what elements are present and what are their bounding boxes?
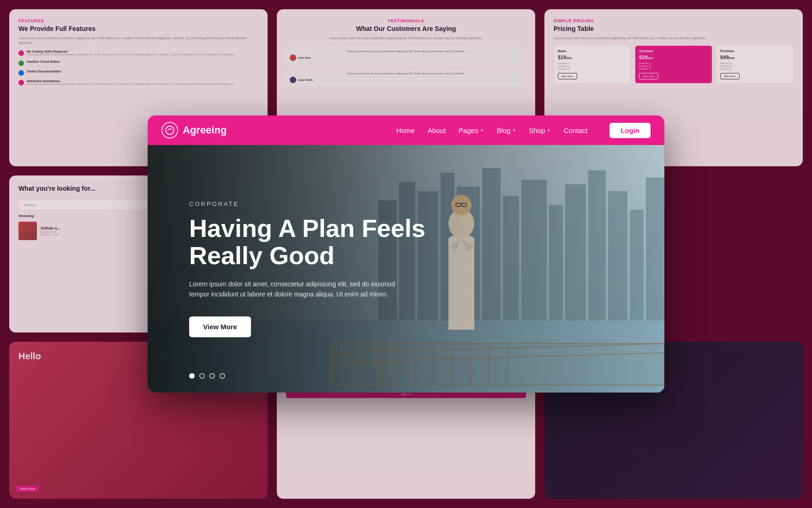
brand: Agreeing [161, 122, 227, 139]
hero-content: CORPORATE Having A Plan Feels Really Goo… [189, 200, 457, 337]
nav-about[interactable]: About [428, 127, 446, 134]
hero-description: Lorem ipsum dolor sit amet, consectetur … [189, 279, 411, 300]
hero-section: CORPORATE Having A Plan Feels Really Goo… [148, 145, 664, 393]
hero-dot-2[interactable] [199, 373, 205, 379]
nav-blog[interactable]: Blog ▼ [497, 127, 516, 134]
nav-menu: Home About Pages ▼ Blog ▼ Shop ▼ [396, 123, 651, 138]
nav-shop[interactable]: Shop ▼ [529, 127, 551, 134]
modal-window: Agreeing Home About Pages ▼ Blog ▼ [148, 115, 664, 393]
pages-dropdown-arrow: ▼ [480, 128, 484, 133]
nav-contact[interactable]: Contact [563, 127, 587, 134]
hero-dot-4[interactable] [220, 373, 225, 379]
nav-home[interactable]: Home [396, 127, 415, 134]
blog-dropdown-arrow: ▼ [513, 128, 516, 133]
login-button[interactable]: Login [609, 123, 651, 138]
navbar: Agreeing Home About Pages ▼ Blog ▼ [148, 115, 664, 145]
hero-label: CORPORATE [189, 200, 457, 207]
brand-name: Agreeing [183, 124, 227, 136]
hero-dots [189, 373, 225, 379]
svg-point-0 [166, 126, 174, 134]
brand-logo-icon [161, 122, 178, 139]
shop-dropdown-arrow: ▼ [547, 128, 551, 133]
hero-title: Having A Plan Feels Really Good [189, 215, 457, 270]
hero-dot-1[interactable] [189, 373, 195, 379]
hero-dot-3[interactable] [209, 373, 215, 379]
modal-overlay: Agreeing Home About Pages ▼ Blog ▼ [0, 0, 812, 508]
hero-cta-button[interactable]: View More [189, 316, 251, 337]
nav-pages[interactable]: Pages ▼ [459, 127, 484, 134]
